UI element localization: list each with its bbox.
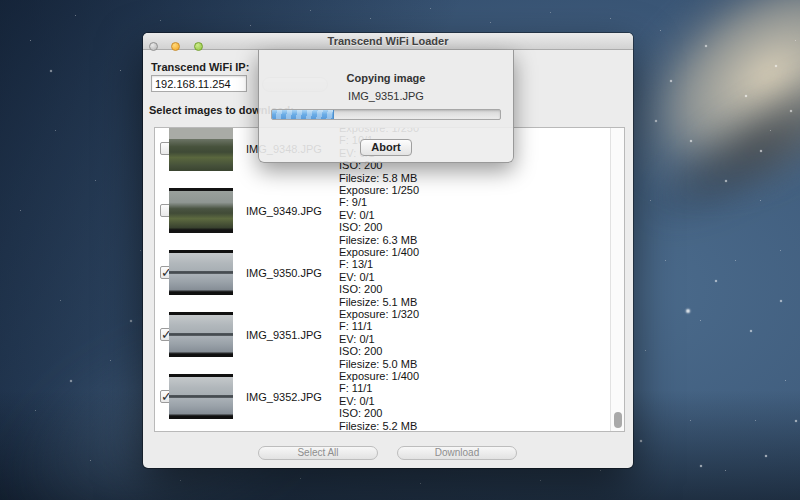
scrollbar-track[interactable] (610, 128, 624, 431)
window-title: Transcend WiFi Loader (143, 35, 633, 47)
image-row: ✓ IMG_9351.JPG Exposure: 1/320F: 11/1EV:… (155, 304, 624, 366)
image-filename: IMG_9350.JPG (246, 267, 322, 279)
window-titlebar[interactable]: Transcend WiFi Loader (143, 33, 633, 50)
stars-layer-bright (0, 0, 2, 2)
progress-bar (271, 109, 501, 120)
image-row: ✓ IMG_9352.JPG Exposure: 1/400F: 11/1EV:… (155, 366, 624, 428)
image-thumbnail (169, 250, 233, 295)
image-thumbnail (169, 127, 233, 171)
copy-progress-sheet: Copying image IMG_9351.JPG Abort (258, 50, 514, 163)
scrollbar-thumb[interactable] (614, 412, 622, 428)
app-window: Transcend WiFi Loader Transcend WiFi IP:… (143, 33, 633, 468)
sheet-title: Copying image (259, 72, 513, 84)
wifi-ip-label: Transcend WiFi IP: (151, 61, 249, 73)
image-exif-details: Exposure: 1/250F: 9/1EV: 0/1ISO: 200File… (339, 184, 419, 246)
download-button[interactable]: Download (397, 446, 517, 460)
select-all-button[interactable]: Select All (258, 446, 378, 460)
image-thumbnail (169, 312, 233, 357)
image-list: IMG_9348.JPG Exposure: 1/250F: 10/1EV: 0… (154, 127, 625, 432)
image-filename: IMG_9352.JPG (246, 391, 322, 403)
desktop-wallpaper: Transcend WiFi Loader Transcend WiFi IP:… (0, 0, 800, 500)
image-row: ✓ IMG_9350.JPG Exposure: 1/400F: 13/1EV:… (155, 242, 624, 304)
image-exif-details: Exposure: 1/400F: 13/1EV: 0/1ISO: 200Fil… (339, 246, 419, 308)
image-row: IMG_9349.JPG Exposure: 1/250F: 9/1EV: 0/… (155, 180, 624, 242)
image-exif-details: Exposure: 1/400F: 11/1EV: 0/1ISO: 200Fil… (339, 370, 419, 432)
sheet-filename: IMG_9351.JPG (259, 90, 513, 102)
image-filename: IMG_9349.JPG (246, 205, 322, 217)
image-exif-details: Exposure: 1/320F: 11/1EV: 0/1ISO: 200Fil… (339, 308, 419, 370)
abort-button[interactable]: Abort (360, 139, 412, 156)
image-filename: IMG_9351.JPG (246, 329, 322, 341)
progress-bar-fill (272, 110, 334, 119)
wifi-ip-input[interactable] (151, 75, 247, 92)
image-thumbnail (169, 188, 233, 233)
image-thumbnail (169, 374, 233, 419)
